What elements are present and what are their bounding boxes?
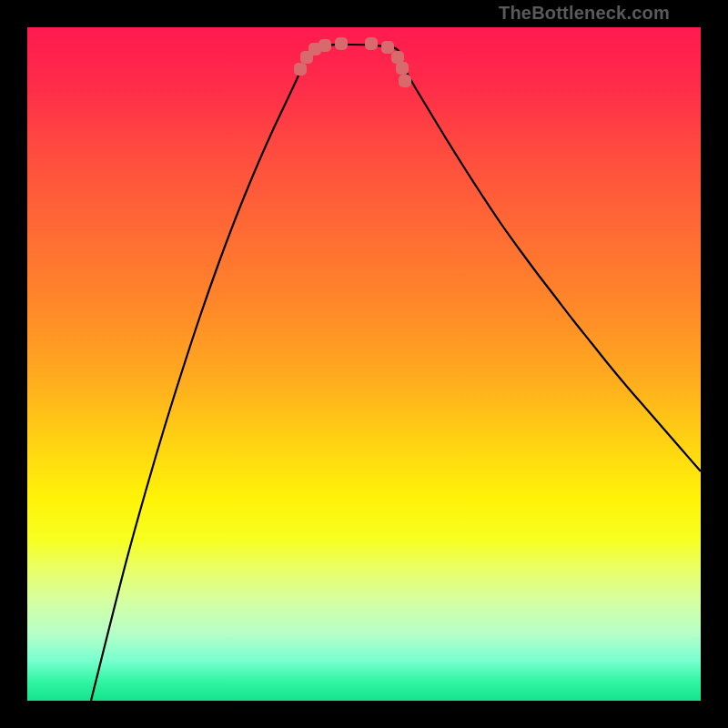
bottleneck-curve (91, 45, 701, 701)
marker-dot (391, 51, 404, 64)
watermark-text: TheBottleneck.com (499, 3, 670, 24)
marker-dot (335, 37, 348, 50)
marker-dot (294, 63, 307, 76)
plot-area (27, 27, 701, 701)
marker-dot (318, 39, 331, 52)
marker-dot (396, 62, 409, 75)
chart-frame: TheBottleneck.com (0, 0, 728, 728)
marker-dot (365, 37, 378, 50)
marker-dot (381, 41, 394, 54)
marker-dot (399, 75, 411, 87)
curve-layer (27, 27, 701, 701)
